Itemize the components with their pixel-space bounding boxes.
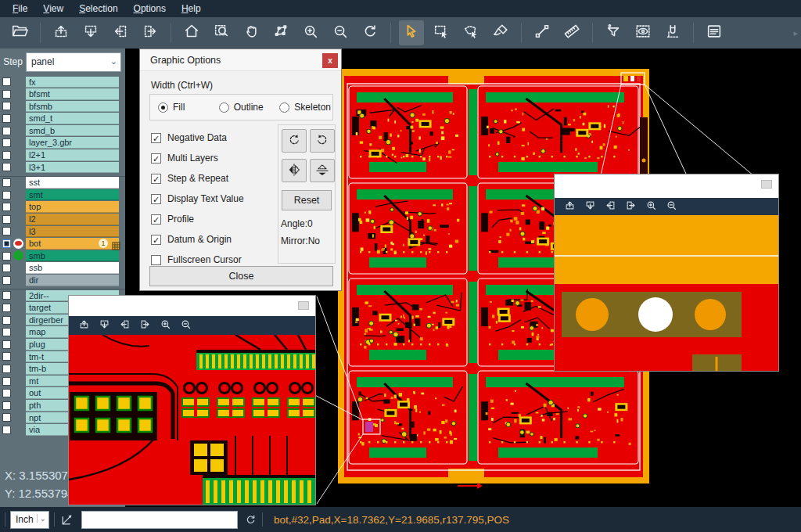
- layer-row-l2+1[interactable]: l2+1: [0, 149, 125, 162]
- step-select[interactable]: panel ⌄: [26, 52, 121, 72]
- layer-checkbox[interactable]: [2, 316, 11, 325]
- checkbox-negative-data[interactable]: ✓Negative Data: [151, 128, 244, 148]
- command-input[interactable]: [81, 511, 238, 529]
- toolbar-overflow-chevron[interactable]: ▸: [793, 28, 798, 38]
- layer-checkbox[interactable]: [2, 191, 11, 200]
- magnifier-title-bar[interactable]: [555, 174, 778, 198]
- layer-checkbox[interactable]: [2, 151, 11, 160]
- zoom-in-button[interactable]: [641, 199, 661, 214]
- layer-row-smd_b[interactable]: smd_b: [0, 124, 125, 137]
- layer-checkbox[interactable]: [2, 291, 11, 300]
- layer-checkbox[interactable]: [2, 377, 11, 386]
- layer-checkbox[interactable]: [2, 304, 11, 312]
- shift-right-button[interactable]: [135, 318, 155, 333]
- layer-row-bfsmt[interactable]: bfsmt: [0, 88, 125, 101]
- layer-checkbox[interactable]: [2, 276, 11, 285]
- radio-fill[interactable]: Fill: [158, 102, 211, 113]
- view-options-button[interactable]: [630, 20, 656, 45]
- menu-item-options[interactable]: Options: [126, 0, 174, 17]
- snap-magnet-button[interactable]: [660, 20, 685, 45]
- home-view-button[interactable]: [179, 20, 204, 45]
- layer-checkbox[interactable]: [2, 227, 11, 235]
- layer-checkbox[interactable]: [2, 90, 11, 99]
- layer-checkbox[interactable]: [2, 163, 11, 171]
- layer-checkbox[interactable]: [2, 203, 11, 211]
- layer-checkbox[interactable]: [2, 77, 11, 86]
- radio-skeleton[interactable]: Skeleton: [279, 102, 332, 113]
- checkbox-datum-origin[interactable]: ✓Datum & Origin: [151, 229, 244, 250]
- layer-checkbox[interactable]: [2, 426, 11, 434]
- select-rect-button[interactable]: [429, 20, 454, 45]
- menu-item-help[interactable]: Help: [174, 0, 209, 17]
- layer-row-smd_t[interactable]: smd_t: [0, 113, 125, 125]
- layer-checkbox[interactable]: [2, 178, 11, 187]
- checkbox-display-text-value[interactable]: ✓Display Text Value: [151, 189, 244, 209]
- shift-left-button[interactable]: [108, 20, 133, 45]
- shift-up-button[interactable]: [559, 199, 580, 214]
- layer-checkbox[interactable]: [2, 365, 11, 373]
- shift-up-button[interactable]: [48, 20, 74, 45]
- unit-select[interactable]: Inch ⌄: [10, 511, 49, 529]
- shift-down-button[interactable]: [94, 318, 114, 333]
- layer-checkbox[interactable]: [2, 114, 11, 123]
- layer-row-l2[interactable]: l2: [0, 214, 125, 226]
- layer-row-layer_3.gbr[interactable]: layer_3.gbr: [0, 137, 125, 149]
- layer-checkbox[interactable]: [2, 264, 11, 272]
- checkbox-step-repeat[interactable]: ✓Step & Repeat: [151, 168, 244, 189]
- ruler-button[interactable]: [559, 20, 584, 45]
- zoom-window-button[interactable]: [209, 20, 234, 45]
- close-button[interactable]: Close: [149, 266, 333, 286]
- zoom-previous-button[interactable]: [357, 20, 383, 45]
- radio-outline[interactable]: Outline: [219, 102, 272, 113]
- shift-left-button[interactable]: [114, 318, 135, 333]
- measure-line-button[interactable]: [530, 20, 555, 45]
- shift-left-button[interactable]: [600, 199, 620, 214]
- checkbox-multi-layers[interactable]: ✓Multi Layers: [151, 148, 244, 168]
- layer-checkbox[interactable]: [2, 215, 11, 224]
- window-button[interactable]: [761, 180, 772, 189]
- checkbox-profile[interactable]: ✓Profile: [151, 209, 244, 229]
- layer-checkbox[interactable]: [2, 413, 11, 422]
- zoom-in-button[interactable]: [155, 318, 175, 333]
- filter-button[interactable]: [601, 20, 626, 45]
- open-folder-button[interactable]: [7, 20, 32, 45]
- rotate-ccw-button[interactable]: [310, 129, 335, 153]
- zoom-in-button[interactable]: [298, 20, 323, 45]
- rotate-cw-button[interactable]: [282, 129, 307, 153]
- shift-up-button[interactable]: [74, 318, 94, 333]
- shift-right-button[interactable]: [620, 199, 641, 214]
- zoom-out-button[interactable]: [175, 318, 196, 333]
- menu-item-selection[interactable]: Selection: [71, 0, 125, 17]
- window-button[interactable]: [298, 301, 309, 310]
- layer-checkbox[interactable]: [2, 340, 11, 349]
- mirror-horizontal-button[interactable]: [282, 159, 307, 182]
- layer-row-l3[interactable]: l3: [0, 225, 125, 238]
- close-icon[interactable]: x: [322, 53, 338, 68]
- select-polygon-button[interactable]: [458, 20, 483, 45]
- layer-row-bot[interactable]: bot1: [0, 238, 125, 250]
- clean-brush-button[interactable]: [488, 20, 513, 45]
- measure-polygon-button[interactable]: [268, 20, 293, 45]
- refresh-icon[interactable]: [244, 513, 257, 527]
- layer-row-fx[interactable]: fx: [0, 76, 125, 88]
- layer-row-smb[interactable]: smb: [0, 250, 125, 262]
- zoom-out-button[interactable]: [328, 20, 353, 45]
- layer-checkbox[interactable]: [2, 401, 11, 410]
- layer-checkbox[interactable]: [2, 138, 11, 147]
- layer-checkbox[interactable]: [2, 239, 11, 248]
- layer-row-sst[interactable]: sst: [0, 177, 125, 189]
- layer-row-smt[interactable]: smt: [0, 189, 125, 201]
- angle-tool-icon[interactable]: [59, 512, 75, 527]
- layer-row-top[interactable]: top: [0, 201, 125, 214]
- menu-item-view[interactable]: View: [35, 0, 71, 17]
- layer-checkbox[interactable]: [2, 127, 11, 135]
- magnifier-title-bar[interactable]: [69, 296, 315, 316]
- layer-row-bfsmb[interactable]: bfsmb: [0, 100, 125, 113]
- layer-row-l3+1[interactable]: l3+1: [0, 161, 125, 174]
- zoom-out-button[interactable]: [661, 199, 681, 214]
- select-cursor-button[interactable]: [399, 20, 424, 45]
- layer-checkbox[interactable]: [2, 352, 11, 361]
- layer-checkbox[interactable]: [2, 389, 11, 397]
- layer-checkbox[interactable]: [2, 102, 11, 110]
- layer-checkbox[interactable]: [2, 328, 11, 336]
